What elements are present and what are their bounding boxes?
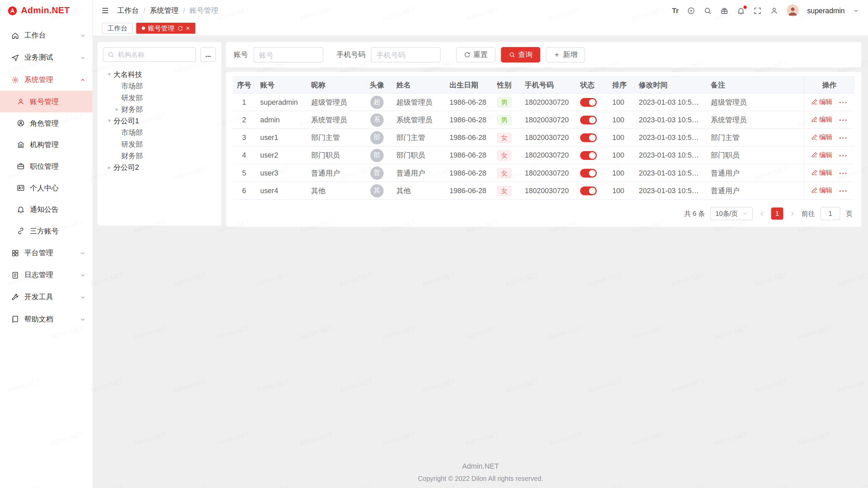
row-more-button[interactable]: ··· xyxy=(839,99,848,107)
cell-modified: 2023-01-03 10:59:44 xyxy=(634,164,706,182)
home-icon xyxy=(11,31,19,39)
sidebar-item-1[interactable]: 业务测试 xyxy=(0,46,93,68)
page-number-button[interactable]: 1 xyxy=(771,207,783,220)
tree-node-7[interactable]: 财务部 xyxy=(103,150,216,161)
breadcrumb-item[interactable]: 工作台 xyxy=(117,5,139,15)
edit-button[interactable]: 编辑 xyxy=(811,97,832,107)
tree-node-6[interactable]: 研发部 xyxy=(103,138,216,150)
notification-icon[interactable] xyxy=(737,6,745,15)
username[interactable]: superadmin xyxy=(807,6,845,15)
content: ... ▾大名科技市场部研发部▸财务部▾分公司1市场部研发部财务部▸分公司2 账… xyxy=(93,36,868,488)
cell-name: 其他 xyxy=(392,182,445,199)
font-size-icon[interactable]: Tr xyxy=(672,6,679,15)
cell-gender: 女 xyxy=(493,129,520,146)
fullscreen-icon[interactable] xyxy=(753,6,762,15)
tree-node-0[interactable]: ▾大名科技 xyxy=(103,68,216,80)
role-icon xyxy=(17,119,25,127)
theme-icon[interactable] xyxy=(687,6,695,15)
row-more-button[interactable]: ··· xyxy=(839,116,848,124)
edit-button-label: 编辑 xyxy=(819,133,832,142)
sidebar-subitem-2-5[interactable]: 通知公告 xyxy=(0,199,93,220)
tab-refresh-icon[interactable] xyxy=(177,25,183,31)
tree-more-button[interactable]: ... xyxy=(200,47,216,62)
profile-icon[interactable] xyxy=(770,6,778,15)
tree-caret-icon[interactable]: ▾ xyxy=(105,117,113,124)
bell-icon xyxy=(17,205,25,214)
sidebar-item-0[interactable]: 工作台 xyxy=(0,24,93,46)
user-avatar[interactable] xyxy=(787,4,799,17)
sidebar-subitem-2-4[interactable]: 个人中心 xyxy=(0,177,93,199)
row-more-button[interactable]: ··· xyxy=(839,134,848,142)
tree-caret-icon[interactable]: ▾ xyxy=(105,71,113,78)
org-search-input[interactable] xyxy=(103,47,196,62)
tab-close-icon[interactable]: × xyxy=(186,25,190,32)
reset-button[interactable]: 重置 xyxy=(456,47,495,63)
tree-node-4[interactable]: ▾分公司1 xyxy=(103,115,216,127)
sidebar-subitem-label: 个人中心 xyxy=(30,183,59,193)
sidebar-item-4[interactable]: 日志管理 xyxy=(0,264,93,286)
prev-page-button[interactable] xyxy=(758,210,766,217)
table-header-row: 序号账号昵称头像姓名出生日期性别手机号码状态排序修改时间备注操作 xyxy=(233,77,855,93)
next-page-button[interactable] xyxy=(789,210,796,217)
edit-button[interactable]: 编辑 xyxy=(811,150,832,160)
status-toggle[interactable] xyxy=(580,116,597,124)
status-toggle[interactable] xyxy=(580,186,597,195)
menu-collapse-icon[interactable] xyxy=(101,6,110,15)
column-header-6: 性别 xyxy=(493,77,520,93)
cell-remark: 系统管理员 xyxy=(706,111,804,128)
tree-node-1[interactable]: 市场部 xyxy=(103,80,216,92)
tree-caret-icon[interactable]: ▸ xyxy=(113,106,121,113)
cell-actions: 编辑··· xyxy=(804,93,855,111)
sidebar: Admin.NET 工作台业务测试系统管理账号管理角色管理机构管理职位管理个人中… xyxy=(0,0,93,488)
tree-node-label: 研发部 xyxy=(121,139,143,149)
edit-button[interactable]: 编辑 xyxy=(811,115,832,124)
footer: Admin.NET Copyright © 2022 Dilon All rig… xyxy=(93,462,868,482)
edit-button-label: 编辑 xyxy=(819,168,832,178)
column-header-0: 序号 xyxy=(233,77,256,93)
sidebar-item-3[interactable]: 平台管理 xyxy=(0,242,93,264)
cell-phone: 18020030720 xyxy=(520,93,576,111)
status-toggle[interactable] xyxy=(580,151,597,160)
skin-icon[interactable] xyxy=(720,6,728,15)
tree-node-5[interactable]: 市场部 xyxy=(103,127,216,138)
row-more-button[interactable]: ··· xyxy=(839,187,848,195)
page-size-select[interactable]: 10条/页 xyxy=(710,207,753,220)
breadcrumb-item[interactable]: 系统管理 xyxy=(150,5,179,15)
sidebar-subitem-2-3[interactable]: 职位管理 xyxy=(0,156,93,177)
add-button[interactable]: 新增 xyxy=(546,47,585,63)
tree-node-2[interactable]: 研发部 xyxy=(103,92,216,103)
tree-node-8[interactable]: ▸分公司2 xyxy=(103,162,216,173)
goto-page-input[interactable] xyxy=(821,207,841,220)
edit-button[interactable]: 编辑 xyxy=(811,133,832,142)
tab-active-dot xyxy=(142,26,145,30)
search-button-icon xyxy=(509,52,515,58)
status-toggle[interactable] xyxy=(580,98,597,107)
edit-button[interactable]: 编辑 xyxy=(811,186,832,195)
sidebar-subitem-2-1[interactable]: 角色管理 xyxy=(0,112,93,134)
tab-0[interactable]: 工作台 xyxy=(102,23,133,34)
user-menu-chevron-icon[interactable] xyxy=(853,7,859,14)
tab-1[interactable]: 账号管理× xyxy=(136,23,196,34)
search-icon[interactable] xyxy=(704,6,712,15)
sidebar-item-2[interactable]: 系统管理 xyxy=(0,68,93,90)
query-field-input-0[interactable] xyxy=(254,47,323,63)
tree-caret-icon[interactable]: ▸ xyxy=(105,164,113,171)
sidebar-item-5[interactable]: 开发工具 xyxy=(0,286,93,308)
search-button[interactable]: 查询 xyxy=(501,47,540,63)
row-more-button[interactable]: ··· xyxy=(839,152,848,160)
row-more-button[interactable]: ··· xyxy=(839,169,848,178)
sidebar-subitem-2-2[interactable]: 机构管理 xyxy=(0,134,93,156)
breadcrumb-item[interactable]: 账号管理 xyxy=(190,5,218,15)
cell-gender: 男 xyxy=(493,111,520,128)
status-toggle[interactable] xyxy=(580,133,597,142)
sidebar-subitem-2-0[interactable]: 账号管理 xyxy=(0,91,93,113)
app-logo[interactable]: Admin.NET xyxy=(0,0,93,21)
sidebar-subitem-2-6[interactable]: 三方账号 xyxy=(0,220,93,242)
query-field-input-1[interactable] xyxy=(371,47,441,63)
edit-button[interactable]: 编辑 xyxy=(811,168,832,178)
tree-node-3[interactable]: ▸财务部 xyxy=(103,103,216,115)
refresh-icon xyxy=(464,52,471,58)
sidebar-item-6[interactable]: 帮助文档 xyxy=(0,308,93,330)
status-toggle[interactable] xyxy=(580,169,597,178)
page-size-chevron-icon xyxy=(742,211,748,216)
